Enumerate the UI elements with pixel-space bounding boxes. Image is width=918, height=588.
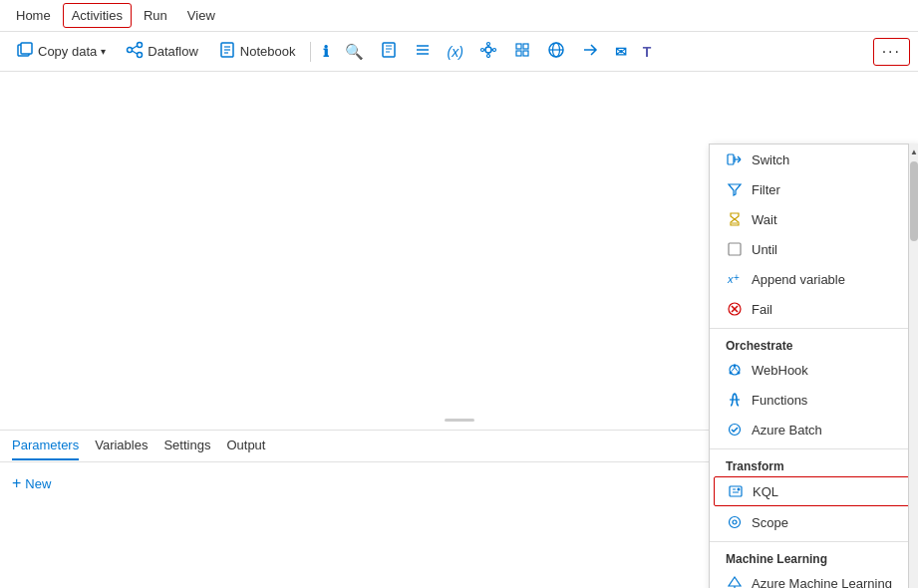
more-button[interactable]: ··· [873, 38, 910, 66]
dataflow-label: Dataflow [148, 44, 198, 59]
toolbar: Copy data ▾ Dataflow Notebook ℹ 🔍 [0, 32, 918, 72]
toolbar-separator-1 [310, 42, 311, 62]
kql-icon [727, 482, 745, 500]
filter-label: Filter [752, 182, 780, 197]
dropdown-item-append-variable[interactable]: x+ Append variable [710, 264, 917, 294]
menu-view[interactable]: View [179, 4, 223, 27]
dropdown-item-wait[interactable]: Wait [710, 204, 917, 234]
tab-settings[interactable]: Settings [163, 432, 210, 460]
copy-data-label: Copy data [38, 44, 97, 59]
minimap-indicator [445, 419, 474, 422]
svg-text:x: x [727, 273, 734, 285]
svg-rect-39 [732, 222, 738, 224]
copy-data-icon [16, 41, 34, 63]
svg-point-19 [480, 49, 483, 52]
svg-marker-60 [729, 577, 741, 586]
menu-home[interactable]: Home [8, 4, 59, 27]
canvas-container: Switch Filter Wait Until x+ Append varia… [0, 72, 918, 431]
copy-data-button[interactable]: Copy data ▾ [8, 37, 114, 67]
arrow-icon [581, 41, 599, 62]
dropdown-item-filter[interactable]: Filter [710, 174, 917, 204]
svg-point-58 [730, 517, 741, 528]
dropdown-item-scope[interactable]: Scope [710, 507, 917, 537]
svg-line-6 [133, 51, 138, 54]
switch-label: Switch [752, 152, 789, 167]
variable-button[interactable]: (x) [442, 40, 469, 64]
scope-label: Scope [752, 515, 788, 530]
svg-rect-34 [728, 154, 734, 164]
separator-1 [710, 328, 917, 329]
dropdown-item-kql[interactable]: KQL [714, 476, 913, 506]
dropdown-item-switch[interactable]: Switch [710, 145, 917, 174]
info-button[interactable]: ℹ [317, 39, 335, 65]
switch-icon [726, 150, 744, 168]
svg-rect-11 [383, 43, 395, 57]
kql-label: KQL [753, 484, 778, 499]
network-button[interactable] [473, 37, 503, 66]
transform-section-label: Transform [710, 453, 917, 475]
new-label: New [25, 476, 51, 491]
fail-label: Fail [752, 302, 772, 317]
svg-rect-40 [729, 243, 741, 255]
notebook-button[interactable]: Notebook [210, 37, 304, 66]
menu-run[interactable]: Run [136, 4, 175, 27]
teams-button[interactable]: T [637, 40, 658, 64]
network-icon [479, 41, 497, 62]
svg-point-59 [733, 520, 737, 524]
svg-point-49 [730, 372, 733, 375]
arrow-button[interactable] [575, 37, 605, 66]
grid-icon [513, 41, 531, 62]
dropdown-item-webhook[interactable]: WebHook [710, 355, 917, 385]
dropdown-item-until[interactable]: Until [710, 234, 917, 264]
new-button[interactable]: + New [12, 474, 51, 492]
svg-rect-1 [21, 43, 32, 54]
append-variable-label: Append variable [752, 272, 845, 287]
separator-3 [710, 541, 917, 542]
svg-rect-30 [523, 51, 528, 56]
scope-icon [726, 513, 744, 531]
search-button[interactable]: 🔍 [339, 39, 370, 65]
tab-variables[interactable]: Variables [95, 432, 148, 460]
orchestrate-section-label: Orchestrate [710, 333, 917, 355]
page-button[interactable] [374, 37, 404, 66]
dropdown-item-azure-ml[interactable]: Azure Machine Learning [710, 568, 917, 588]
wait-icon [726, 210, 744, 228]
outlook-button[interactable]: ✉ [609, 40, 633, 64]
grid-button[interactable] [507, 37, 537, 66]
menu-bar: Home Activities Run View [0, 0, 918, 32]
tab-parameters[interactable]: Parameters [12, 432, 79, 460]
dropdown-item-fail[interactable]: Fail [710, 294, 917, 324]
webhook-label: WebHook [752, 363, 808, 378]
azure-ml-icon [726, 574, 744, 588]
scrollbar-thumb[interactable] [910, 161, 918, 241]
dropdown-item-functions[interactable]: Functions [710, 385, 917, 415]
dropdown-menu: Switch Filter Wait Until x+ Append varia… [709, 144, 918, 588]
ml-section-label: Machine Learning [710, 546, 917, 568]
globe-icon [547, 41, 565, 62]
svg-line-51 [732, 368, 735, 372]
more-icon: ··· [882, 43, 901, 61]
svg-point-57 [738, 488, 741, 491]
menu-activities[interactable]: Activities [63, 3, 132, 28]
tab-output[interactable]: Output [226, 432, 265, 460]
plus-icon: + [12, 474, 21, 492]
filter-icon [726, 180, 744, 198]
azure-ml-label: Azure Machine Learning [752, 576, 892, 589]
svg-line-50 [735, 368, 738, 372]
svg-point-2 [128, 48, 133, 53]
variable-icon: (x) [448, 44, 463, 60]
lines-button[interactable] [408, 37, 438, 66]
dataflow-button[interactable]: Dataflow [118, 37, 206, 66]
until-label: Until [752, 242, 777, 257]
svg-point-47 [734, 365, 737, 368]
append-variable-icon: x+ [726, 270, 744, 288]
globe-button[interactable] [541, 37, 571, 66]
dropdown-item-azure-batch[interactable]: Azure Batch [710, 415, 917, 444]
info-icon: ℹ [323, 43, 329, 61]
svg-rect-29 [516, 51, 521, 56]
svg-point-3 [138, 43, 143, 48]
notebook-icon [218, 41, 236, 62]
svg-point-22 [486, 55, 489, 58]
svg-point-18 [485, 47, 491, 53]
scroll-up-button[interactable]: ▲ [909, 144, 918, 159]
